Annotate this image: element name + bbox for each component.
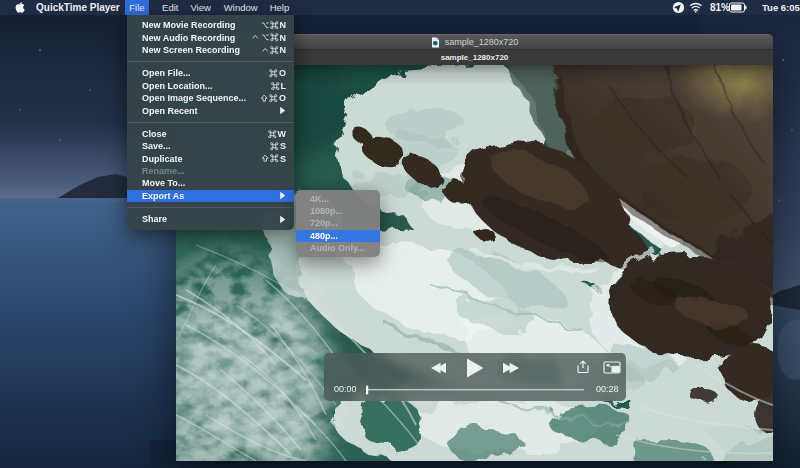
svg-text:81%: 81% <box>710 2 730 13</box>
